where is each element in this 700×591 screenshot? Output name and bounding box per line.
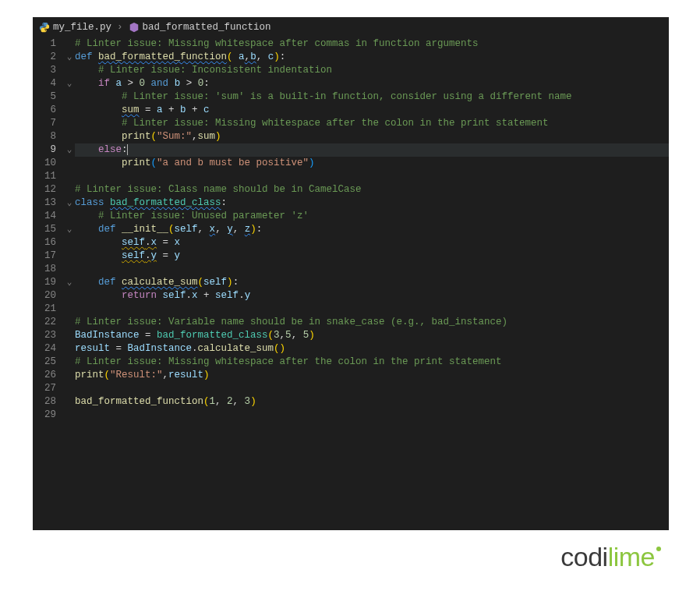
fold-marker (64, 64, 75, 77)
line-number: 4 (33, 77, 56, 90)
code-line[interactable] (75, 263, 669, 276)
code-line[interactable]: BadInstance = bad_formatted_class(3,5, 5… (75, 329, 669, 342)
line-number: 14 (33, 210, 56, 223)
line-number: 1 (33, 37, 56, 51)
fold-marker (64, 395, 75, 409)
fold-marker (64, 37, 75, 51)
fold-marker (64, 236, 75, 249)
line-number: 8 (33, 130, 56, 143)
python-file-icon (39, 22, 50, 33)
line-number: 19 (33, 276, 56, 289)
line-number-gutter: 1234567891011121314151617181920212223242… (33, 37, 64, 422)
code-line[interactable]: # Linter issue: Missing whitespace after… (75, 37, 669, 51)
fold-marker (64, 130, 75, 143)
line-number: 24 (33, 342, 56, 356)
code-line[interactable]: print("Sum:",sum) (75, 130, 669, 143)
fold-marker[interactable]: ⌄ (64, 223, 75, 236)
fold-marker (64, 303, 75, 316)
logo-dot-icon (656, 547, 661, 551)
code-line[interactable]: print("a and b must be positive") (75, 157, 669, 170)
code-line[interactable]: # Linter issue: Unused parameter 'z' (75, 210, 669, 223)
code-line[interactable]: self.x = x (75, 236, 669, 249)
code-line[interactable]: # Linter issue: 'sum' is a built-in func… (75, 90, 669, 104)
fold-marker (64, 183, 75, 196)
line-number: 3 (33, 64, 56, 77)
line-number: 7 (33, 117, 56, 130)
code-line[interactable]: class bad_formatted_class: (75, 196, 669, 210)
fold-marker[interactable]: ⌄ (64, 77, 75, 90)
code-line[interactable] (75, 303, 669, 316)
code-line[interactable]: result = BadInstance.calculate_sum() (75, 342, 669, 356)
breadcrumb-symbol[interactable]: bad_formatted_function (143, 22, 271, 33)
code-line[interactable]: # Linter issue: Missing whitespace after… (75, 356, 669, 369)
breadcrumb-separator: › (117, 22, 123, 33)
code-line[interactable]: def bad_formatted_function( a,b, c): (75, 51, 669, 64)
line-number: 12 (33, 183, 56, 196)
code-line[interactable]: # Linter issue: Missing whitespace after… (75, 117, 669, 130)
fold-marker (64, 170, 75, 183)
codilime-logo: codilime (560, 542, 661, 572)
line-number: 20 (33, 289, 56, 303)
code-line[interactable]: # Linter issue: Variable name should be … (75, 316, 669, 329)
fold-marker (64, 90, 75, 104)
fold-marker (64, 329, 75, 342)
line-number: 25 (33, 356, 56, 369)
code-line[interactable]: return self.x + self.y (75, 289, 669, 303)
line-number: 13 (33, 196, 56, 210)
fold-marker (64, 263, 75, 276)
line-number: 15 (33, 223, 56, 236)
line-number: 23 (33, 329, 56, 342)
breadcrumb[interactable]: my_file.py › bad_formatted_function (33, 17, 669, 37)
fold-marker[interactable]: ⌄ (64, 196, 75, 210)
code-line[interactable] (75, 409, 669, 422)
line-number: 28 (33, 395, 56, 409)
fold-marker (64, 369, 75, 382)
code-line[interactable]: if a > 0 and b > 0: (75, 77, 669, 90)
breadcrumb-file[interactable]: my_file.py (53, 22, 111, 33)
fold-marker (64, 409, 75, 422)
code-editor[interactable]: my_file.py › bad_formatted_function 1234… (33, 17, 669, 530)
logo-part1: codi (560, 542, 607, 572)
code-lines[interactable]: # Linter issue: Missing whitespace after… (75, 37, 669, 422)
line-number: 26 (33, 369, 56, 382)
line-number: 17 (33, 249, 56, 263)
code-line[interactable]: self.y = y (75, 249, 669, 263)
line-number: 27 (33, 382, 56, 395)
logo-part2: lime (608, 542, 655, 572)
line-number: 6 (33, 104, 56, 117)
fold-marker[interactable]: ⌄ (64, 276, 75, 289)
fold-marker (64, 104, 75, 117)
code-line[interactable]: # Linter issue: Inconsistent indentation (75, 64, 669, 77)
code-line[interactable] (75, 170, 669, 183)
line-number: 21 (33, 303, 56, 316)
fold-marker (64, 210, 75, 223)
line-number: 9 (33, 143, 56, 157)
fold-marker (64, 117, 75, 130)
code-area[interactable]: 1234567891011121314151617181920212223242… (33, 37, 669, 422)
code-line[interactable] (75, 382, 669, 395)
line-number: 29 (33, 409, 56, 422)
code-line[interactable]: print("Result:",result) (75, 369, 669, 382)
code-line[interactable]: # Linter issue: Class name should be in … (75, 183, 669, 196)
line-number: 2 (33, 51, 56, 64)
function-symbol-icon (129, 22, 140, 33)
code-line[interactable]: bad_formatted_function(1, 2, 3) (75, 395, 669, 409)
fold-column[interactable]: ⌄⌄⌄⌄⌄⌄ (64, 37, 75, 422)
fold-marker[interactable]: ⌄ (64, 51, 75, 64)
fold-marker (64, 316, 75, 329)
code-line[interactable]: else: (75, 143, 669, 157)
code-line[interactable]: def __init__(self, x, y, z): (75, 223, 669, 236)
line-number: 10 (33, 157, 56, 170)
fold-marker (64, 289, 75, 303)
fold-marker (64, 249, 75, 263)
line-number: 16 (33, 236, 56, 249)
code-line[interactable]: def calculate_sum(self): (75, 276, 669, 289)
fold-marker[interactable]: ⌄ (64, 143, 75, 157)
text-cursor (127, 144, 128, 155)
fold-marker (64, 356, 75, 369)
fold-marker (64, 382, 75, 395)
line-number: 11 (33, 170, 56, 183)
code-line[interactable]: sum = a + b + c (75, 104, 669, 117)
line-number: 22 (33, 316, 56, 329)
line-number: 18 (33, 263, 56, 276)
